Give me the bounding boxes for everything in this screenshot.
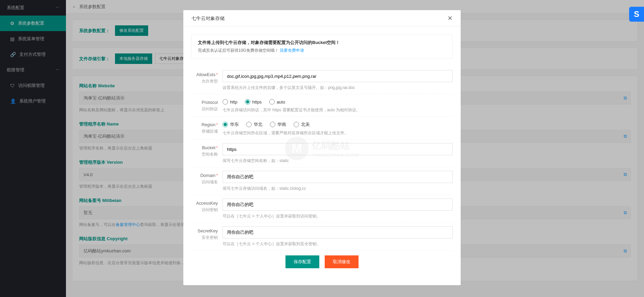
- close-icon[interactable]: ✕: [447, 10, 453, 26]
- field-sublabel: 存储区域: [191, 129, 223, 134]
- field-sublabel: 访问密钥: [191, 207, 223, 213]
- field-sublabel: 安全密钥: [191, 235, 223, 241]
- field-label: AccessKey: [191, 199, 223, 206]
- modal-footer: 保存配置 取消修改: [191, 251, 453, 277]
- modal-input[interactable]: [223, 226, 453, 238]
- radio-option[interactable]: 华东: [223, 121, 239, 128]
- field-sublabel: 访问域名: [191, 179, 223, 185]
- modal-input[interactable]: [223, 171, 453, 183]
- modal: 七牛云对象存储 ✕ 文件将上传到七牛云存储，对象存储需要配置为公开访问的Buck…: [183, 10, 461, 285]
- save-button[interactable]: 保存配置: [285, 255, 319, 268]
- field-label: Domain*: [191, 171, 223, 178]
- field-sublabel: 允许类型: [191, 78, 223, 84]
- field-label: SecretKey: [191, 226, 223, 233]
- apply-link[interactable]: 我要免费申请: [280, 48, 304, 53]
- field-desc: 可以在［七牛云 > 个人中心］设置并获取到访问密钥。: [223, 213, 453, 219]
- field-label: AllowExts*: [191, 70, 223, 77]
- float-badge[interactable]: S: [629, 7, 644, 22]
- radio-group: 华东华北华南北美: [223, 120, 453, 128]
- field-desc: 填写七牛云存储空间名称，如：static: [223, 158, 453, 164]
- field-label: Region*: [191, 120, 223, 127]
- radio-group: httphttpsauto: [223, 98, 453, 105]
- field-label: Protocol: [191, 98, 223, 105]
- field-desc: 七牛云存储访问协议，其中 https 需要配置证书才能使用，auto 为相对协议…: [223, 107, 453, 113]
- radio-option[interactable]: https: [245, 99, 262, 105]
- info-box: 文件将上传到七牛云存储，对象存储需要配置为公开访问的Bucket空间！ 完成实名…: [191, 35, 453, 59]
- modal-overlay: 七牛云对象存储 ✕ 文件将上传到七牛云存储，对象存储需要配置为公开访问的Buck…: [0, 0, 644, 297]
- cancel-button[interactable]: 取消修改: [325, 255, 359, 268]
- modal-input[interactable]: [223, 70, 453, 82]
- radio-option[interactable]: 华南: [270, 121, 286, 128]
- field-sublabel: 访问协议: [191, 106, 223, 112]
- radio-option[interactable]: 华北: [246, 121, 262, 128]
- radio-option[interactable]: 北美: [294, 121, 310, 128]
- field-sublabel: 空间名称: [191, 152, 223, 157]
- modal-body: 文件将上传到七牛云存储，对象存储需要配置为公开访问的Bucket空间！ 完成实名…: [183, 26, 461, 285]
- info-title: 文件将上传到七牛云存储，对象存储需要配置为公开访问的Bucket空间！: [198, 40, 446, 46]
- field-desc: 设置系统允许上传文件的后缀，多个以英文逗号隔开。如：png,jpg,rar,do…: [223, 85, 453, 91]
- field-desc: 七牛云存储空间所在区域，需要严格对应存储所在区域才能上传文件。: [223, 130, 453, 136]
- field-desc: 可以在［七牛云 > 个人中心］设置并获取到安全密钥。: [223, 241, 453, 247]
- field-label: Bucket*: [191, 143, 223, 150]
- field-desc: 填写七牛云存储访问域名，如：static.ctolog.cc: [223, 186, 453, 191]
- modal-input[interactable]: [223, 143, 453, 155]
- modal-title: 七牛云对象存储: [191, 10, 225, 26]
- info-sub: 完成实名认证后可获得10G免费存储空间哦！ 我要免费申请: [198, 48, 446, 53]
- modal-header: 七牛云对象存储 ✕: [183, 10, 461, 26]
- modal-input[interactable]: [223, 199, 453, 211]
- radio-option[interactable]: auto: [269, 99, 285, 105]
- radio-option[interactable]: http: [223, 99, 237, 105]
